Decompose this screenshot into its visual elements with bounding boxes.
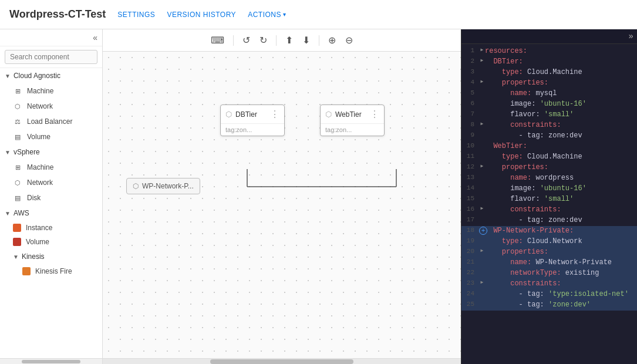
line-number: 15 <box>461 195 479 202</box>
code-line-22: 22 networkType: existing <box>461 268 637 279</box>
app-header: Wordpress-CT-Test SETTINGS VERSION HISTO… <box>0 0 637 29</box>
line-content: networkType: existing <box>485 269 637 277</box>
chevron-icon-2: ▼ <box>5 149 11 156</box>
line-content: type: Cloud.Machine <box>485 68 637 76</box>
group-kinesis-header[interactable]: ▼ Kinesis <box>0 249 102 264</box>
node-webtier-menu[interactable]: ⋮ <box>370 109 379 120</box>
line-dot[interactable]: ▶ <box>479 121 485 126</box>
node-dbtier-menu[interactable]: ⋮ <box>270 109 279 120</box>
sidebar-item-ca-machine[interactable]: ⊞ Machine <box>0 83 102 99</box>
code-line-7: 7 flavor: 'small' <box>461 110 637 120</box>
line-dot[interactable]: ▶ <box>479 163 485 168</box>
sidebar-item-vs-network[interactable]: ⬡ Network <box>0 175 102 190</box>
code-line-11: 11 type: Cloud.Machine <box>461 152 637 163</box>
line-dot[interactable]: ▶ <box>479 279 485 285</box>
line-number: 11 <box>461 153 479 160</box>
undo-button[interactable]: ↺ <box>240 33 253 48</box>
line-dot[interactable]: ▶ <box>479 248 485 253</box>
node-webtier[interactable]: ⬡ WebTier ⋮ tag:zon... <box>320 105 385 136</box>
canvas-hscroll-thumb <box>210 359 353 364</box>
instance-icon <box>13 224 21 232</box>
network-icon-2: ⬡ <box>13 178 22 187</box>
code-line-19: 19 type: Cloud.Network <box>461 237 637 247</box>
canvas-hscroll[interactable] <box>103 358 461 364</box>
code-line-8: 8▶ constraints: <box>461 120 637 131</box>
line-content: image: 'ubuntu-16' <box>485 184 637 193</box>
sidebar-item-ca-network[interactable]: ⬡ Network <box>0 99 102 114</box>
code-expand-icon[interactable]: » <box>629 32 633 41</box>
group-vsphere-header[interactable]: ▼ vSphere <box>0 144 102 160</box>
line-number: 10 <box>461 142 479 149</box>
group-cloud-agnostic-header[interactable]: ▼ Cloud Agnostic <box>0 68 102 83</box>
node-webtier-tag: tag:zon... <box>321 124 384 136</box>
code-line-25: 25 - tag: 'zone:dev' <box>461 300 637 311</box>
code-line-5: 5 name: mysql <box>461 89 637 99</box>
canvas-toolbar: ⌨ ↺ ↻ ⬆ ⬇ ⊕ ⊖ <box>103 29 461 52</box>
sidebar-item-ca-volume[interactable]: ▤ Volume <box>0 129 102 144</box>
canvas-wrapper: ⌨ ↺ ↻ ⬆ ⬇ ⊕ ⊖ ⬡ DBTier ⋮ tag:zon... <box>103 29 461 364</box>
sidebar-hscroll[interactable] <box>0 358 102 364</box>
sidebar-item-aws-instance[interactable]: Instance <box>0 221 102 235</box>
sidebar-item-kinesis-fire[interactable]: Kinesis Fire <box>0 264 102 278</box>
code-line-17: 17 - tag: zone:dev <box>461 215 637 226</box>
line-number: 16 <box>461 205 479 213</box>
group-aws-header[interactable]: ▼ AWS <box>0 205 102 221</box>
zoom-in-button[interactable]: ⊕ <box>325 33 339 48</box>
sidebar-item-vs-machine[interactable]: ⊞ Machine <box>0 160 102 175</box>
nav-version-history[interactable]: VERSION HISTORY <box>167 11 236 19</box>
search-input[interactable] <box>5 50 97 64</box>
line-number: 7 <box>461 110 479 117</box>
node-dbtier[interactable]: ⬡ DBTier ⋮ tag:zon... <box>220 105 285 136</box>
chevron-icon: ▼ <box>5 73 11 79</box>
line-number: 21 <box>461 258 479 265</box>
line-dot[interactable]: ▶ <box>479 47 485 52</box>
machine-icon: ⊞ <box>13 86 22 96</box>
code-body[interactable]: 1▶resources:2▶ DBTier:3 type: Cloud.Mach… <box>461 44 637 364</box>
group-aws: ▼ AWS Instance Volume ▼ Kinesis Kin <box>0 205 102 278</box>
line-content: flavor: 'small' <box>485 195 637 203</box>
redo-button[interactable]: ↻ <box>257 33 270 48</box>
line-content: constraints: <box>485 279 637 288</box>
line-content: name: WP-Network-Private <box>485 258 637 267</box>
line-content: name: mysql <box>485 89 637 97</box>
chevron-icon-3: ▼ <box>5 210 11 217</box>
sidebar-item-vs-disk[interactable]: ▤ Disk <box>0 190 102 205</box>
sidebar: « ▼ Cloud Agnostic ⊞ Machine ⬡ Network <box>0 29 103 364</box>
code-panel-header: » <box>461 29 637 44</box>
line-number: 9 <box>461 132 479 139</box>
toolbar-separator-3 <box>319 35 319 46</box>
line-dot[interactable]: ▶ <box>479 58 485 63</box>
machine-icon-2: ⊞ <box>13 163 22 172</box>
nav-actions[interactable]: ACTIONS ▾ <box>248 11 286 19</box>
network-icon: ⬡ <box>13 102 22 111</box>
canvas-area[interactable]: ⬡ DBTier ⋮ tag:zon... ⬡ WebTier ⋮ tag:zo… <box>103 52 461 358</box>
sidebar-collapse[interactable]: « <box>0 29 102 46</box>
sidebar-item-ca-lb[interactable]: ⚖ Load Balancer <box>0 114 102 129</box>
upload-button[interactable]: ⬆ <box>282 33 296 48</box>
lb-icon: ⚖ <box>13 117 22 126</box>
chevron-down-icon: ▾ <box>283 11 287 18</box>
line-content: properties: <box>485 163 637 171</box>
nav-settings[interactable]: SETTINGS <box>117 11 155 19</box>
code-line-6: 6 image: 'ubuntu-16' <box>461 99 637 110</box>
group-vsphere: ▼ vSphere ⊞ Machine ⬡ Network ▤ Disk <box>0 144 102 205</box>
node-dbtier-header: ⬡ DBTier ⋮ <box>221 105 284 124</box>
zoom-out-button[interactable]: ⊖ <box>342 33 356 48</box>
line-content: - tag: zone:dev <box>485 132 637 140</box>
line-dot[interactable]: ▶ <box>479 79 485 84</box>
line-dot[interactable]: ▶ <box>479 205 485 211</box>
network-node-icon: ⬡ <box>133 182 139 190</box>
node-wp-network[interactable]: ⬡ WP-Network-P... <box>126 178 200 194</box>
chevron-icon-4: ▼ <box>13 254 19 260</box>
toolbar-separator-2 <box>276 35 277 46</box>
collapse-icon: « <box>93 33 97 42</box>
sidebar-item-aws-volume[interactable]: Volume <box>0 235 102 249</box>
line-content: properties: <box>485 79 637 87</box>
line-dot[interactable]: + <box>479 227 485 235</box>
canvas-connections <box>103 52 461 358</box>
network-node-label: WP-Network-P... <box>142 182 194 190</box>
keyboard-button[interactable]: ⌨ <box>208 33 227 48</box>
volume-icon: ▤ <box>13 132 22 141</box>
download-button[interactable]: ⬇ <box>299 33 313 48</box>
node-dbtier-tag: tag:zon... <box>221 124 284 136</box>
